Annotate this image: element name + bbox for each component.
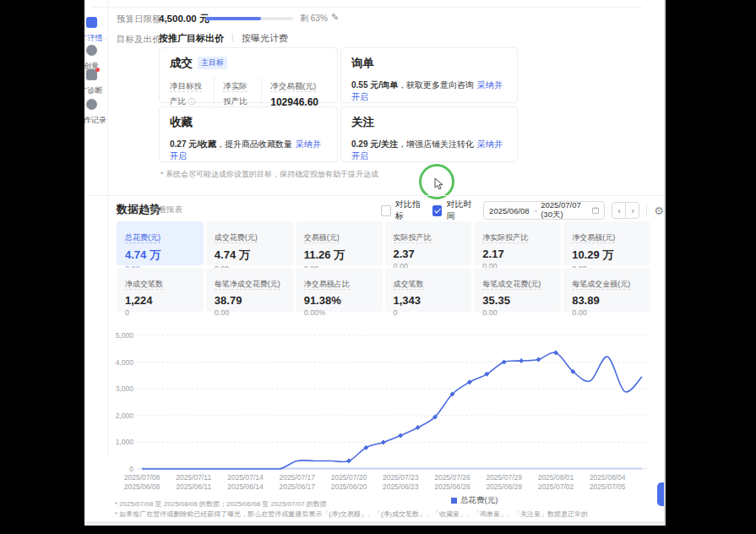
calendar-icon bbox=[592, 206, 599, 215]
svg-text:2025/06/17: 2025/06/17 bbox=[279, 482, 315, 491]
svg-text:2025/06/26: 2025/06/26 bbox=[434, 482, 470, 491]
metric-card[interactable]: 总花费(元) 4.74 万 0.00 bbox=[117, 221, 204, 265]
metric-label: 净交易额(元) bbox=[572, 233, 615, 243]
stat-label: 净交易额(元) bbox=[270, 81, 316, 92]
stat-label: 净实际投产比 bbox=[223, 81, 247, 107]
chart-footnote-2: * 如果推广在暂停或删除前已经获得了曝光，那么在暂停或重建后展示「(净)交易额」… bbox=[115, 509, 588, 519]
metric-card[interactable]: 每笔成交金额(元) 83.89 0.00 bbox=[563, 268, 650, 312]
compare-time-checkbox[interactable] bbox=[432, 205, 443, 216]
metric-value: 91.38% bbox=[304, 294, 374, 307]
metric-label: 成交笔数 bbox=[394, 280, 424, 290]
budget-progress-bar bbox=[205, 17, 293, 20]
metric-label: 总花费(元) bbox=[125, 233, 160, 243]
sidebar-divider bbox=[84, 39, 107, 40]
budget-amount: 4,500.00 元 bbox=[159, 13, 209, 25]
svg-text:1,000: 1,000 bbox=[116, 438, 134, 446]
metric-label: 交易额(元) bbox=[304, 233, 340, 243]
promo-detail-icon bbox=[86, 17, 97, 28]
prev-period-button[interactable]: ‹ bbox=[612, 202, 626, 219]
svg-text:2025/06/08: 2025/06/08 bbox=[124, 482, 160, 491]
top-separator bbox=[91, 7, 642, 8]
next-period-button[interactable]: › bbox=[625, 202, 639, 219]
svg-text:2025/06/20: 2025/06/20 bbox=[331, 482, 367, 491]
mouse-cursor-icon bbox=[434, 177, 443, 190]
sidebar-item-diagnosis[interactable]: 广诊断 bbox=[84, 68, 108, 96]
compare-metric-checkbox[interactable] bbox=[381, 205, 391, 216]
svg-text:2025/06/29: 2025/06/29 bbox=[486, 482, 522, 491]
main-goal-badge: 主目标 bbox=[198, 57, 227, 69]
side-panel-toggle[interactable] bbox=[657, 482, 664, 506]
view-report-link[interactable]: 查看报表 bbox=[150, 204, 182, 215]
date-range-picker[interactable]: 2025/06/08 ~ 2025/07/07 (30天) bbox=[483, 201, 605, 220]
date-start: 2025/06/08 bbox=[489, 206, 530, 215]
metric-card[interactable]: 每笔成交花费(元) 35.35 0.00 bbox=[474, 268, 561, 312]
sidebar-item-label: 广诊断 bbox=[84, 85, 108, 96]
svg-text:2025/07/05: 2025/07/05 bbox=[590, 482, 626, 491]
metric-card[interactable]: 成交花费(元) 4.74 万 0.00 bbox=[206, 221, 293, 265]
metric-card[interactable]: 净实际投产比 2.17 0.00 bbox=[474, 221, 561, 265]
svg-text:0: 0 bbox=[129, 465, 133, 473]
price-text: 0.29 元/关注 bbox=[351, 139, 398, 149]
goal-card-inquiry: 询单 0.55 元/询单，获取更多意向咨询采纳并开启 bbox=[340, 47, 518, 103]
sidebar-item-promo-detail[interactable]: 广详情 bbox=[84, 16, 108, 44]
edit-budget-icon[interactable]: ✎ bbox=[331, 12, 339, 23]
metric-card[interactable]: 每笔净成交花费(元) 38.79 0.00 bbox=[206, 268, 293, 312]
metric-label: 净交易额占比 bbox=[304, 280, 350, 290]
date-nav-buttons: ‹ › bbox=[612, 202, 639, 219]
history-icon bbox=[86, 99, 97, 110]
legend-item-total-spend[interactable]: 总花费(元) bbox=[451, 495, 652, 506]
goal-card-follow: 关注 0.29 元/关注，增强店铺关注转化采纳并开启 bbox=[340, 106, 518, 162]
price-text: 0.27 元/收藏 bbox=[170, 139, 216, 149]
sidebar: 广详情 创意 广诊断 操作记录 bbox=[84, 0, 108, 456]
tab-bid-by-goal[interactable]: 按推广目标出价 bbox=[159, 33, 224, 43]
metric-value: 4.74 万 bbox=[215, 248, 285, 263]
metric-label: 净实际投产比 bbox=[482, 233, 528, 243]
metric-card[interactable]: 实际投产比 2.37 0.00 bbox=[385, 221, 472, 265]
svg-text:2025/07/20: 2025/07/20 bbox=[331, 473, 367, 482]
info-icon[interactable]: ⓘ bbox=[186, 97, 196, 106]
goal-card-title: 询单 bbox=[351, 56, 374, 71]
goal-card-title: 关注 bbox=[351, 115, 374, 130]
metric-card[interactable]: 净交易额占比 91.38% 0.00% bbox=[296, 268, 383, 312]
metric-card[interactable]: 交易额(元) 11.26 万 0.00 bbox=[296, 221, 383, 265]
date-separator: ~ bbox=[533, 206, 538, 215]
compare-time-label: 对比时间 bbox=[446, 199, 476, 222]
tab-bid-by-exposure[interactable]: 按曝光计费 bbox=[242, 33, 288, 43]
metric-card-grid: 总花费(元) 4.74 万 0.00 成交花费(元) 4.74 万 0.00 交… bbox=[117, 221, 650, 312]
metric-value: 2.37 bbox=[394, 248, 464, 260]
svg-text:2025/07/08: 2025/07/08 bbox=[124, 473, 160, 482]
app-window: 广详情 创意 广诊断 操作记录 预算日限额： 4,500.00 元 剩 63% … bbox=[84, 0, 666, 526]
svg-text:5,000: 5,000 bbox=[116, 331, 134, 340]
svg-text:2025/07/23: 2025/07/23 bbox=[383, 473, 419, 482]
sidebar-item-label: 操作记录 bbox=[84, 115, 108, 126]
sidebar-item-history[interactable]: 操作记录 bbox=[84, 98, 108, 126]
metric-card[interactable]: 净成交笔数 1,224 0 bbox=[117, 268, 204, 312]
budget-progress-fill bbox=[205, 17, 261, 20]
compare-metric-label: 对比指标 bbox=[395, 199, 426, 222]
goal-card-favorite: 收藏 0.27 元/收藏，提升商品收藏数量采纳并开启 bbox=[159, 106, 338, 162]
settings-gear-icon[interactable]: ⚙ bbox=[654, 204, 664, 217]
metric-compare-value: 0 bbox=[394, 308, 464, 317]
goal-card-desc: 0.55 元/询单，获取更多意向咨询采纳并开启 bbox=[351, 79, 507, 103]
price-text: 0.55 元/询单 bbox=[351, 80, 398, 90]
bidding-tabs: 按推广目标出价按曝光计费 bbox=[159, 32, 288, 45]
desc-text: ，提升商品收藏数量 bbox=[216, 139, 292, 149]
metric-card[interactable]: 成交笔数 1,343 0 bbox=[385, 268, 472, 312]
svg-text:2025/07/14: 2025/07/14 bbox=[227, 473, 264, 482]
goal-card-desc: 0.29 元/关注，增强店铺关注转化采纳并开启 bbox=[351, 139, 507, 162]
desc-text: ，增强店铺关注转化 bbox=[398, 139, 474, 149]
trend-chart: 01,0002,0003,0004,0005,0002025/07/082025… bbox=[115, 324, 652, 491]
metric-value: 4.74 万 bbox=[125, 248, 195, 263]
legend-swatch bbox=[451, 498, 457, 504]
metric-compare-value: 0.00 bbox=[215, 308, 285, 317]
metric-card[interactable]: 净交易额(元) 10.29 万 0.00 bbox=[563, 221, 650, 265]
controls-divider bbox=[646, 204, 647, 216]
metric-compare-value: 0 bbox=[125, 308, 195, 317]
svg-text:2025/08/04: 2025/08/04 bbox=[590, 473, 626, 482]
svg-text:2025/07/02: 2025/07/02 bbox=[538, 482, 574, 491]
metric-compare-value: 0.00 bbox=[572, 308, 642, 317]
metric-label: 每笔成交金额(元) bbox=[572, 280, 630, 290]
metric-compare-value: 0.00% bbox=[304, 308, 374, 317]
svg-text:2,000: 2,000 bbox=[116, 411, 134, 420]
metric-value: 35.35 bbox=[482, 294, 552, 307]
